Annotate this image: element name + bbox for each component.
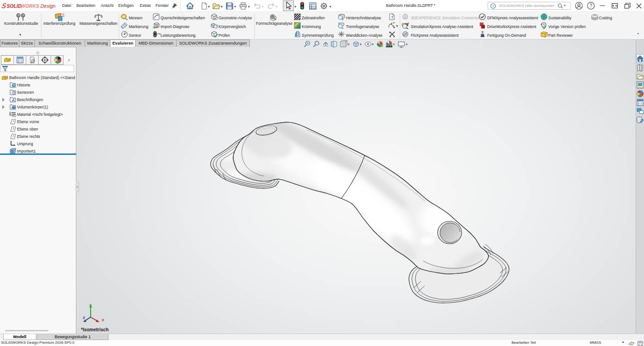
svg-text:?: ? (391, 15, 393, 20)
svg-text:A: A (12, 98, 15, 102)
svg-text:Design: Design (40, 3, 56, 9)
svg-text:?: ? (215, 24, 218, 28)
svg-text:SOLID: SOLID (7, 3, 22, 9)
svg-text:?: ? (590, 3, 592, 8)
svg-text:WORKS: WORKS (21, 3, 39, 9)
svg-text:Y: Y (89, 303, 92, 307)
svg-text:X: X (102, 318, 104, 322)
svg-text:Z: Z (83, 316, 85, 320)
svg-text:?: ? (492, 4, 494, 8)
